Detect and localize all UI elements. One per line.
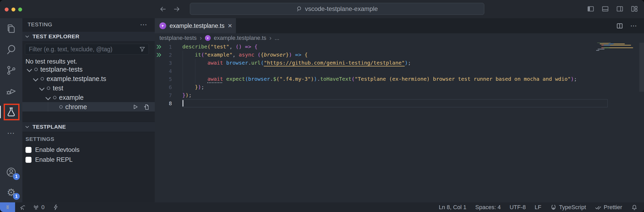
tree-item-example-testplane-ts[interactable]: example.testplane.ts [22, 74, 155, 83]
code-token: } [286, 52, 289, 58]
tree-item-label: example [59, 94, 84, 101]
code-token: } [195, 84, 198, 90]
checkbox[interactable] [25, 157, 31, 163]
sidebar-more-actions-icon[interactable]: ⋯ [140, 20, 148, 29]
gutter-spacer [156, 77, 162, 82]
run-debug-icon [5, 85, 17, 97]
status-language-mode[interactable]: TypeScript [550, 204, 586, 211]
code-token: ( [351, 76, 355, 82]
chevron-down-icon[interactable] [32, 77, 39, 80]
settings-button[interactable]: ⚙ 1 [0, 183, 22, 202]
code-line-2[interactable]: 2it("example", async ({browser}) => { [155, 51, 644, 59]
activity-run-debug[interactable] [0, 81, 22, 102]
command-center-search[interactable]: vscode-testplane-example [190, 3, 484, 15]
more-icon: ⋯ [7, 128, 15, 138]
power-lightning-icon[interactable] [52, 204, 59, 211]
test-filter-input[interactable] [25, 44, 149, 55]
tree-item-test[interactable]: test [22, 83, 155, 93]
activity-explorer[interactable] [0, 18, 22, 39]
line-number: 4 [169, 68, 182, 74]
split-editor-icon[interactable] [616, 22, 623, 30]
toggle-secondary-sidebar-icon[interactable] [616, 5, 624, 13]
zoom-window-button[interactable] [18, 8, 22, 11]
go-to-test-icon[interactable] [143, 103, 150, 110]
chevron-down-icon[interactable] [26, 67, 33, 71]
status-eol[interactable]: LF [534, 204, 541, 211]
close-window-button[interactable] [5, 8, 9, 11]
ports-status[interactable]: 0 [33, 204, 44, 211]
toggle-sidebar-icon[interactable] [587, 5, 595, 13]
minimize-window-button[interactable] [11, 8, 15, 11]
code-line-1[interactable]: 1describe("test", () => { [155, 43, 644, 51]
accounts-button[interactable]: 1 [0, 162, 22, 183]
line-number: 2 [169, 52, 182, 58]
status-indentation[interactable]: Spaces: 4 [475, 204, 501, 211]
checkbox[interactable] [25, 147, 31, 153]
tab-example-testplane-ts[interactable]: example.testplane.ts × [155, 18, 236, 33]
code-token: . [317, 76, 320, 82]
breadcrumb-item[interactable]: ... [275, 35, 279, 41]
code-line-7[interactable]: 7}); [155, 91, 644, 99]
filter-icon[interactable] [139, 46, 146, 53]
tree-item-chrome[interactable]: chrome [22, 102, 155, 111]
source-control-icon [5, 65, 17, 76]
code-token: ) [314, 76, 317, 82]
code-token: ( [245, 76, 248, 82]
testplane-settings: Enable devtoolsEnable REPL [25, 145, 152, 165]
code-token [292, 52, 295, 58]
scrollbar[interactable] [639, 43, 644, 92]
code-token: ( [261, 60, 264, 66]
code-token: ".f4.my-3" [279, 76, 311, 82]
test-state-icon [59, 105, 63, 109]
code-line-8[interactable]: 8 [155, 99, 644, 107]
workspace-name: vscode-testplane-example [305, 5, 378, 13]
editor-more-actions-icon[interactable]: ⋯ [630, 22, 638, 30]
toggle-panel-icon[interactable] [601, 5, 609, 13]
activity-testing[interactable] [0, 102, 22, 122]
chevron-down-icon [25, 35, 29, 38]
status-label: Prettier [604, 204, 622, 211]
breadcrumb-item[interactable]: example.testplane.ts [214, 35, 266, 41]
code-token: . [248, 60, 251, 66]
gutter-spacer [156, 69, 162, 73]
activity-more[interactable]: ⋯ [0, 122, 22, 143]
feedback-telescope-icon[interactable] [19, 204, 26, 211]
chevron-down-icon[interactable] [38, 86, 45, 90]
chevron-down-icon[interactable] [45, 96, 51, 99]
status-cursor-position[interactable]: Ln 8, Col 1 [439, 204, 466, 211]
radio-tower-icon [33, 204, 40, 211]
status-bar: 0 Ln 8, Col 1Spaces: 4UTF-8LFTypeScriptP… [0, 202, 644, 212]
status-formatter[interactable]: Prettier [595, 204, 622, 211]
setting-enable-devtools[interactable]: Enable devtools [25, 145, 152, 155]
run-test-gutter-icon[interactable] [156, 53, 162, 57]
section-test-explorer[interactable]: TEST EXPLORER [22, 31, 155, 42]
section-testplane[interactable]: TESTPLANE [22, 122, 155, 132]
code-line-5[interactable]: 5await expect(browser.$(".f4.my-3")).toH… [155, 75, 644, 83]
close-tab-icon[interactable]: × [228, 22, 232, 29]
breadcrumb-separator-icon: › [269, 34, 272, 42]
tree-indent-guide [48, 102, 48, 111]
run-test-gutter-icon[interactable] [156, 45, 162, 49]
code-line-3[interactable]: 3await browser.url("https://github.com/g… [155, 59, 644, 67]
tree-item-testplane-tests[interactable]: testplane-tests [22, 65, 155, 74]
minimap[interactable] [593, 43, 634, 53]
code-editor[interactable]: 1describe("test", () => {2it("example", … [155, 43, 644, 202]
code-token: "https://github.com/gemini-testing/testp… [264, 60, 405, 66]
activity-source-control[interactable] [0, 60, 22, 81]
tree-item-example[interactable]: example [22, 93, 155, 102]
navigate-back-icon[interactable] [159, 5, 167, 13]
navigate-forward-icon[interactable] [173, 5, 181, 13]
test-state-icon [34, 68, 38, 71]
setting-label: Enable devtools [35, 146, 80, 153]
code-line-6[interactable]: 6}); [155, 83, 644, 91]
code-line-4[interactable]: 4 [155, 67, 644, 75]
setting-enable-repl[interactable]: Enable REPL [25, 155, 152, 165]
activity-search[interactable] [0, 39, 22, 60]
breadcrumb-item[interactable]: testplane-tests [159, 35, 197, 41]
customize-layout-icon[interactable] [630, 5, 638, 13]
status-notifications[interactable] [631, 204, 638, 211]
remote-indicator[interactable] [0, 202, 15, 212]
status-encoding[interactable]: UTF-8 [510, 204, 526, 211]
run-test-icon[interactable] [132, 103, 139, 110]
setting-label: Enable REPL [35, 156, 73, 163]
